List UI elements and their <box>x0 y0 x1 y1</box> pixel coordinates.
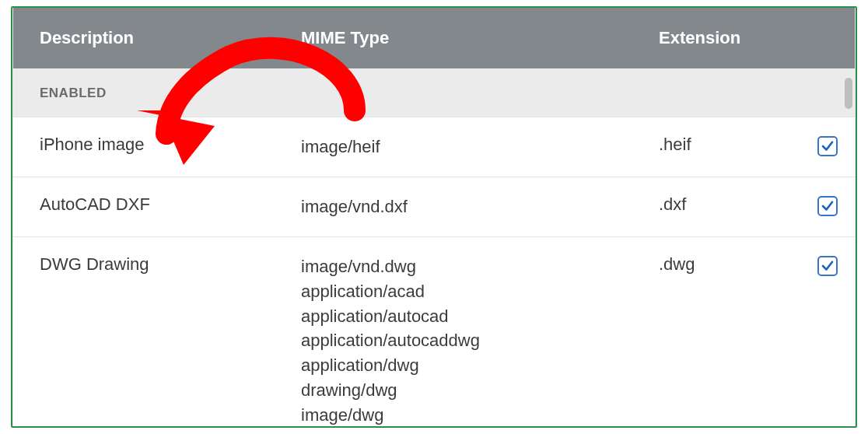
col-header-mime: MIME Type <box>301 28 628 48</box>
cell-mime: image/heif <box>301 135 628 159</box>
group-header-enabled: ENABLED <box>13 68 855 117</box>
cell-description: AutoCAD DXF <box>13 194 301 215</box>
mime-table: Description MIME Type Extension ENABLED … <box>12 8 856 426</box>
col-header-extension: Extension <box>628 28 800 48</box>
cell-description: DWG Drawing <box>13 254 301 275</box>
check-icon <box>821 199 835 213</box>
panel-frame: Description MIME Type Extension ENABLED … <box>11 6 857 428</box>
cell-extension: .heif <box>628 135 800 155</box>
cell-extension: .dxf <box>628 194 800 215</box>
check-icon <box>821 139 835 153</box>
cell-extension: .dwg <box>628 254 800 275</box>
table-row: DWG Drawing image/vnd.dwg application/ac… <box>13 237 855 426</box>
table-row: iPhone image image/heif .heif <box>13 117 855 177</box>
table-header: Description MIME Type Extension <box>13 8 855 68</box>
enable-checkbox[interactable] <box>817 136 838 156</box>
enable-checkbox[interactable] <box>817 196 838 216</box>
cell-mime: image/vnd.dwg application/acad applicati… <box>301 254 628 426</box>
check-icon <box>821 259 835 273</box>
table-row: AutoCAD DXF image/vnd.dxf .dxf <box>13 177 855 237</box>
enable-checkbox[interactable] <box>817 256 838 276</box>
scroll-area: Description MIME Type Extension ENABLED … <box>12 8 856 426</box>
scrollbar-thumb[interactable] <box>845 78 852 109</box>
cell-mime: image/vnd.dxf <box>301 194 628 219</box>
cell-description: iPhone image <box>13 135 301 155</box>
col-header-description: Description <box>13 28 301 48</box>
